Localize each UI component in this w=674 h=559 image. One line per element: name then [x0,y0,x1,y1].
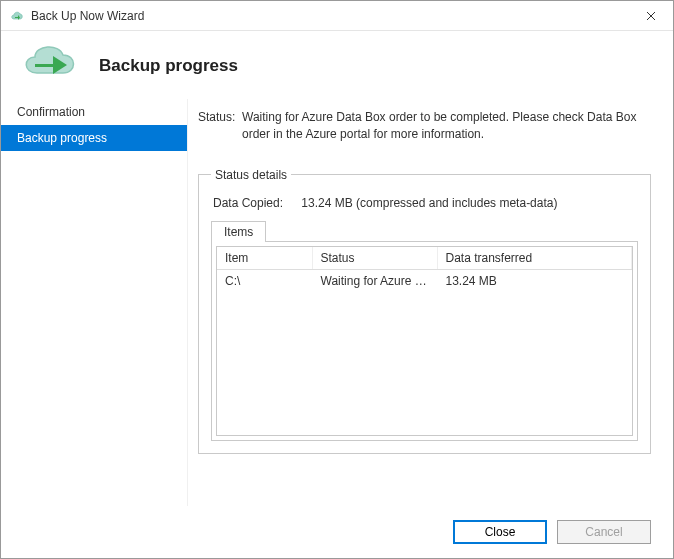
cell-status: Waiting for Azure D... [312,269,437,292]
status-row: Status: Waiting for Azure Data Box order… [198,109,651,144]
close-button[interactable]: Close [453,520,547,544]
wizard-header: Backup progress [1,31,673,99]
close-icon [646,8,656,24]
data-copied-row: Data Copied: 13.24 MB (compressed and in… [213,196,638,210]
sidebar-item-backup-progress[interactable]: Backup progress [1,125,187,151]
status-details-group: Status details Data Copied: 13.24 MB (co… [198,168,651,454]
tab-items[interactable]: Items [211,221,266,242]
cancel-button: Cancel [557,520,651,544]
column-item[interactable]: Item [217,247,312,270]
wizard-content: Status: Waiting for Azure Data Box order… [188,99,673,506]
tab-items-panel: Item Status Data transferred C:\ Waiting… [211,241,638,441]
status-label: Status: [198,109,242,144]
details-tabstrip: Items [211,221,638,242]
data-copied-value: 13.24 MB (compressed and includes meta-d… [301,196,557,210]
status-value: Waiting for Azure Data Box order to be c… [242,109,651,144]
window-close-button[interactable] [629,1,673,31]
items-grid-header: Item Status Data transferred [217,247,632,270]
status-details-legend: Status details [211,168,291,182]
sidebar-item-confirmation[interactable]: Confirmation [1,99,187,125]
table-row[interactable]: C:\ Waiting for Azure D... 13.24 MB [217,269,632,292]
page-title: Backup progress [99,56,238,76]
column-transferred[interactable]: Data transferred [437,247,632,270]
cell-transferred: 13.24 MB [437,269,632,292]
window-title: Back Up Now Wizard [31,9,144,23]
wizard-steps-sidebar: Confirmation Backup progress [1,99,188,506]
cloud-backup-icon [17,39,81,79]
wizard-body: Confirmation Backup progress Status: Wai… [1,99,673,506]
app-cloud-icon [9,8,25,24]
items-grid: Item Status Data transferred C:\ Waiting… [216,246,633,436]
column-status[interactable]: Status [312,247,437,270]
cell-item: C:\ [217,269,312,292]
data-copied-label: Data Copied: [213,196,298,210]
wizard-footer: Close Cancel [1,506,673,558]
title-bar: Back Up Now Wizard [1,1,673,31]
